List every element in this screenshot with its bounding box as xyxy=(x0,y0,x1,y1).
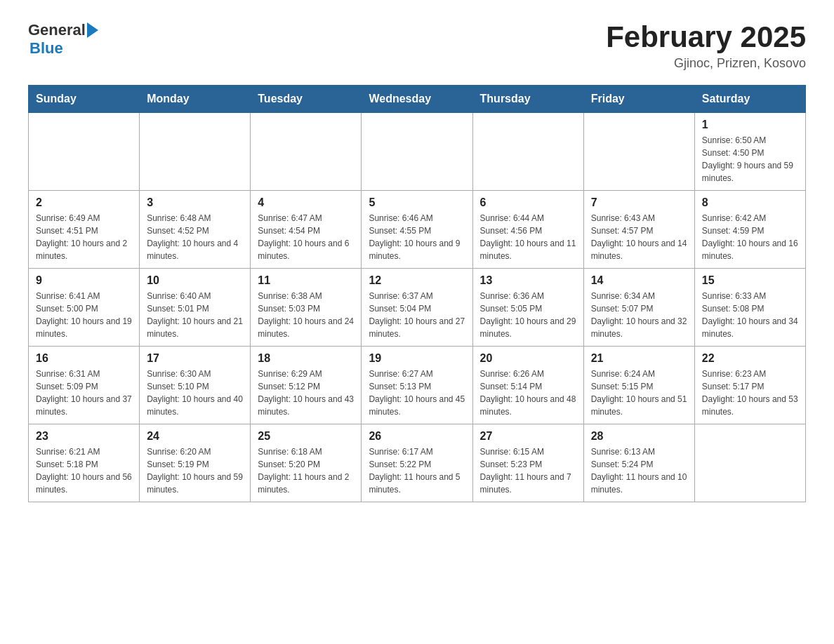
day-cell: 17Sunrise: 6:30 AMSunset: 5:10 PMDayligh… xyxy=(140,347,251,424)
day-cell: 6Sunrise: 6:44 AMSunset: 4:56 PMDaylight… xyxy=(472,191,583,269)
day-number: 6 xyxy=(480,196,576,209)
day-cell: 3Sunrise: 6:48 AMSunset: 4:52 PMDaylight… xyxy=(140,191,251,269)
day-cell: 15Sunrise: 6:33 AMSunset: 5:08 PMDayligh… xyxy=(694,269,805,347)
day-number: 15 xyxy=(702,274,798,287)
day-info: Sunrise: 6:48 AMSunset: 4:52 PMDaylight:… xyxy=(147,212,243,262)
day-cell xyxy=(583,113,694,191)
day-info: Sunrise: 6:33 AMSunset: 5:08 PMDaylight:… xyxy=(702,290,798,340)
calendar-body: 1Sunrise: 6:50 AMSunset: 4:50 PMDaylight… xyxy=(29,113,806,502)
day-number: 22 xyxy=(702,352,798,365)
day-number: 25 xyxy=(258,430,354,443)
day-number: 19 xyxy=(369,352,465,365)
day-cell xyxy=(472,113,583,191)
col-header-saturday: Saturday xyxy=(694,86,805,113)
day-cell: 4Sunrise: 6:47 AMSunset: 4:54 PMDaylight… xyxy=(251,191,362,269)
day-cell: 22Sunrise: 6:23 AMSunset: 5:17 PMDayligh… xyxy=(694,347,805,424)
day-cell: 2Sunrise: 6:49 AMSunset: 4:51 PMDaylight… xyxy=(29,191,140,269)
day-info: Sunrise: 6:23 AMSunset: 5:17 PMDaylight:… xyxy=(702,368,798,418)
day-info: Sunrise: 6:43 AMSunset: 4:57 PMDaylight:… xyxy=(591,212,687,262)
day-info: Sunrise: 6:17 AMSunset: 5:22 PMDaylight:… xyxy=(369,445,465,496)
day-info: Sunrise: 6:26 AMSunset: 5:14 PMDaylight:… xyxy=(480,368,576,418)
day-cell: 7Sunrise: 6:43 AMSunset: 4:57 PMDaylight… xyxy=(583,191,694,269)
calendar-title: February 2025 xyxy=(606,21,806,53)
day-cell: 20Sunrise: 6:26 AMSunset: 5:14 PMDayligh… xyxy=(472,347,583,424)
day-info: Sunrise: 6:13 AMSunset: 5:24 PMDaylight:… xyxy=(591,445,687,496)
day-cell: 26Sunrise: 6:17 AMSunset: 5:22 PMDayligh… xyxy=(362,424,472,502)
day-cell xyxy=(694,424,805,502)
day-number: 10 xyxy=(147,274,243,287)
day-info: Sunrise: 6:37 AMSunset: 5:04 PMDaylight:… xyxy=(369,290,465,340)
day-info: Sunrise: 6:27 AMSunset: 5:13 PMDaylight:… xyxy=(369,368,465,418)
day-number: 4 xyxy=(258,196,354,209)
day-info: Sunrise: 6:24 AMSunset: 5:15 PMDaylight:… xyxy=(591,368,687,418)
col-header-wednesday: Wednesday xyxy=(362,86,472,113)
day-number: 20 xyxy=(480,352,576,365)
day-number: 26 xyxy=(369,430,465,443)
day-cell: 21Sunrise: 6:24 AMSunset: 5:15 PMDayligh… xyxy=(583,347,694,424)
week-row-4: 16Sunrise: 6:31 AMSunset: 5:09 PMDayligh… xyxy=(29,347,806,424)
day-info: Sunrise: 6:44 AMSunset: 4:56 PMDaylight:… xyxy=(480,212,576,262)
day-cell: 8Sunrise: 6:42 AMSunset: 4:59 PMDaylight… xyxy=(694,191,805,269)
day-number: 23 xyxy=(36,430,132,443)
day-cell: 24Sunrise: 6:20 AMSunset: 5:19 PMDayligh… xyxy=(140,424,251,502)
day-cell: 13Sunrise: 6:36 AMSunset: 5:05 PMDayligh… xyxy=(472,269,583,347)
day-info: Sunrise: 6:38 AMSunset: 5:03 PMDaylight:… xyxy=(258,290,354,340)
day-number: 13 xyxy=(480,274,576,287)
day-number: 18 xyxy=(258,352,354,365)
day-info: Sunrise: 6:50 AMSunset: 4:50 PMDaylight:… xyxy=(702,134,798,185)
col-header-thursday: Thursday xyxy=(472,86,583,113)
day-number: 9 xyxy=(36,274,132,287)
col-header-tuesday: Tuesday xyxy=(251,86,362,113)
day-info: Sunrise: 6:40 AMSunset: 5:01 PMDaylight:… xyxy=(147,290,243,340)
day-info: Sunrise: 6:31 AMSunset: 5:09 PMDaylight:… xyxy=(36,368,132,418)
day-cell xyxy=(251,113,362,191)
day-info: Sunrise: 6:49 AMSunset: 4:51 PMDaylight:… xyxy=(36,212,132,262)
calendar-subtitle: Gjinoc, Prizren, Kosovo xyxy=(606,56,806,71)
calendar-header: SundayMondayTuesdayWednesdayThursdayFrid… xyxy=(29,86,806,113)
day-number: 12 xyxy=(369,274,465,287)
day-info: Sunrise: 6:15 AMSunset: 5:23 PMDaylight:… xyxy=(480,445,576,496)
day-info: Sunrise: 6:18 AMSunset: 5:20 PMDaylight:… xyxy=(258,445,354,496)
day-info: Sunrise: 6:47 AMSunset: 4:54 PMDaylight:… xyxy=(258,212,354,262)
day-info: Sunrise: 6:36 AMSunset: 5:05 PMDaylight:… xyxy=(480,290,576,340)
day-cell: 11Sunrise: 6:38 AMSunset: 5:03 PMDayligh… xyxy=(251,269,362,347)
day-number: 11 xyxy=(258,274,354,287)
week-row-1: 1Sunrise: 6:50 AMSunset: 4:50 PMDaylight… xyxy=(29,113,806,191)
col-header-sunday: Sunday xyxy=(29,86,140,113)
day-number: 5 xyxy=(369,196,465,209)
day-number: 1 xyxy=(702,119,798,131)
day-cell: 12Sunrise: 6:37 AMSunset: 5:04 PMDayligh… xyxy=(362,269,472,347)
day-cell: 1Sunrise: 6:50 AMSunset: 4:50 PMDaylight… xyxy=(694,113,805,191)
logo: General Blue xyxy=(28,21,98,58)
day-info: Sunrise: 6:41 AMSunset: 5:00 PMDaylight:… xyxy=(36,290,132,340)
day-info: Sunrise: 6:20 AMSunset: 5:19 PMDaylight:… xyxy=(147,445,243,496)
day-cell xyxy=(140,113,251,191)
week-row-2: 2Sunrise: 6:49 AMSunset: 4:51 PMDaylight… xyxy=(29,191,806,269)
day-number: 8 xyxy=(702,196,798,209)
day-cell: 18Sunrise: 6:29 AMSunset: 5:12 PMDayligh… xyxy=(251,347,362,424)
day-cell xyxy=(362,113,472,191)
header-row: SundayMondayTuesdayWednesdayThursdayFrid… xyxy=(29,86,806,113)
day-cell: 14Sunrise: 6:34 AMSunset: 5:07 PMDayligh… xyxy=(583,269,694,347)
day-info: Sunrise: 6:21 AMSunset: 5:18 PMDaylight:… xyxy=(36,445,132,496)
day-number: 7 xyxy=(591,196,687,209)
col-header-friday: Friday xyxy=(583,86,694,113)
day-cell: 9Sunrise: 6:41 AMSunset: 5:00 PMDaylight… xyxy=(29,269,140,347)
day-info: Sunrise: 6:30 AMSunset: 5:10 PMDaylight:… xyxy=(147,368,243,418)
day-cell xyxy=(29,113,140,191)
day-number: 24 xyxy=(147,430,243,443)
calendar-table: SundayMondayTuesdayWednesdayThursdayFrid… xyxy=(28,85,806,502)
logo-text-general: General xyxy=(28,21,86,39)
day-cell: 28Sunrise: 6:13 AMSunset: 5:24 PMDayligh… xyxy=(583,424,694,502)
logo-arrow-icon xyxy=(87,22,98,38)
day-cell: 10Sunrise: 6:40 AMSunset: 5:01 PMDayligh… xyxy=(140,269,251,347)
day-cell: 25Sunrise: 6:18 AMSunset: 5:20 PMDayligh… xyxy=(251,424,362,502)
week-row-5: 23Sunrise: 6:21 AMSunset: 5:18 PMDayligh… xyxy=(29,424,806,502)
day-info: Sunrise: 6:42 AMSunset: 4:59 PMDaylight:… xyxy=(702,212,798,262)
logo-text-blue: Blue xyxy=(29,39,63,57)
day-number: 16 xyxy=(36,352,132,365)
day-cell: 5Sunrise: 6:46 AMSunset: 4:55 PMDaylight… xyxy=(362,191,472,269)
day-number: 27 xyxy=(480,430,576,443)
day-number: 2 xyxy=(36,196,132,209)
page-header: General Blue February 2025 Gjinoc, Prizr… xyxy=(28,21,806,71)
